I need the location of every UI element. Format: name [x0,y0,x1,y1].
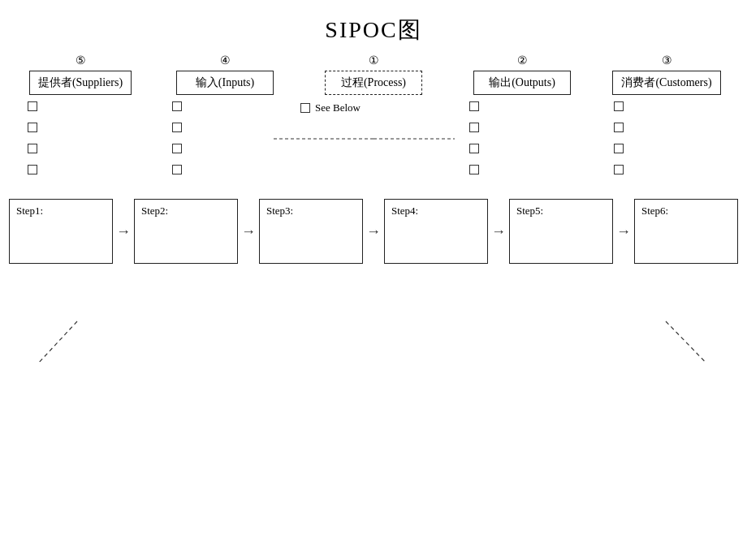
checkbox [469,123,479,132]
list-item [172,165,182,174]
svg-line-1 [666,321,721,362]
step-5-box: Step5: [509,199,613,264]
outputs-header: 输出(Outputs) [473,71,571,95]
inputs-header: 输入(Inputs) [176,71,274,95]
step-6-box: Step6: [634,199,738,264]
checkbox [172,144,182,153]
column-outputs: ② 输出(Outputs) [453,54,591,174]
step-1-label: Step1: [16,205,43,217]
checkbox [614,101,624,111]
arrow-3: → [366,223,381,240]
column-customers: ③ 消费者(Customers) [598,54,736,174]
list-item [614,165,624,174]
list-item [469,165,479,174]
suppliers-header: 提供者(Suppliers) [29,71,132,95]
outputs-number: ② [517,54,528,67]
process-items: See Below [300,101,447,114]
process-number: ① [369,54,379,67]
suppliers-items [11,101,149,174]
column-inputs: ④ 输入(Inputs) [156,54,294,174]
sipoc-diagram: ⑤ 提供者(Suppliers) ④ 输入(Inputs) ① 过程(Pro [0,54,747,264]
arrow-4: → [491,223,506,240]
step-2-box: Step2: [134,199,238,264]
checkbox [300,103,310,113]
list-item [614,123,624,132]
inputs-items [156,101,294,174]
step-2-label: Step2: [141,205,168,217]
arrow-2: → [241,223,256,240]
list-item [469,101,479,111]
step-1-box: Step1: [9,199,113,264]
checkbox [614,165,624,174]
checkbox [28,165,37,174]
checkbox [28,144,37,153]
column-suppliers: ⑤ 提供者(Suppliers) [11,54,149,174]
list-item [469,123,479,132]
checkbox [469,144,479,153]
column-process: ① 过程(Process) See Below [300,54,447,114]
columns-row: ⑤ 提供者(Suppliers) ④ 输入(Inputs) ① 过程(Pro [0,54,747,174]
page-title: SIPOC图 [0,0,747,45]
see-below-label: See Below [315,101,361,114]
checkbox [469,101,479,111]
step-3-box: Step3: [259,199,363,264]
list-item [614,101,624,111]
list-item [469,144,479,153]
arrow-1: → [116,223,131,240]
checkbox [172,101,182,111]
checkbox [614,123,624,132]
arrow-5: → [616,223,631,240]
checkbox [614,144,624,153]
svg-line-0 [24,321,77,362]
checkbox [469,165,479,174]
checkbox [172,123,182,132]
customers-header: 消费者(Customers) [612,71,720,95]
list-item [172,101,182,111]
steps-row: Step1: → Step2: → Step3: → Step4: → Step… [0,199,747,264]
inputs-number: ④ [220,54,231,67]
checkbox [28,123,37,132]
list-item [28,165,37,174]
checkbox [28,101,37,111]
suppliers-number: ⑤ [76,54,86,67]
outputs-items [453,101,591,174]
list-item [172,123,182,132]
customers-number: ③ [662,54,672,67]
process-header: 过程(Process) [325,71,422,95]
step-4-label: Step4: [391,205,418,217]
step-6-label: Step6: [641,205,668,217]
step-4-box: Step4: [384,199,488,264]
list-item [28,123,37,132]
list-item: See Below [300,101,361,114]
list-item [28,144,37,153]
customers-items [598,101,736,174]
step-3-label: Step3: [266,205,293,217]
checkbox [172,165,182,174]
list-item [28,101,37,111]
list-item [614,144,624,153]
step-5-label: Step5: [516,205,543,217]
list-item [172,144,182,153]
